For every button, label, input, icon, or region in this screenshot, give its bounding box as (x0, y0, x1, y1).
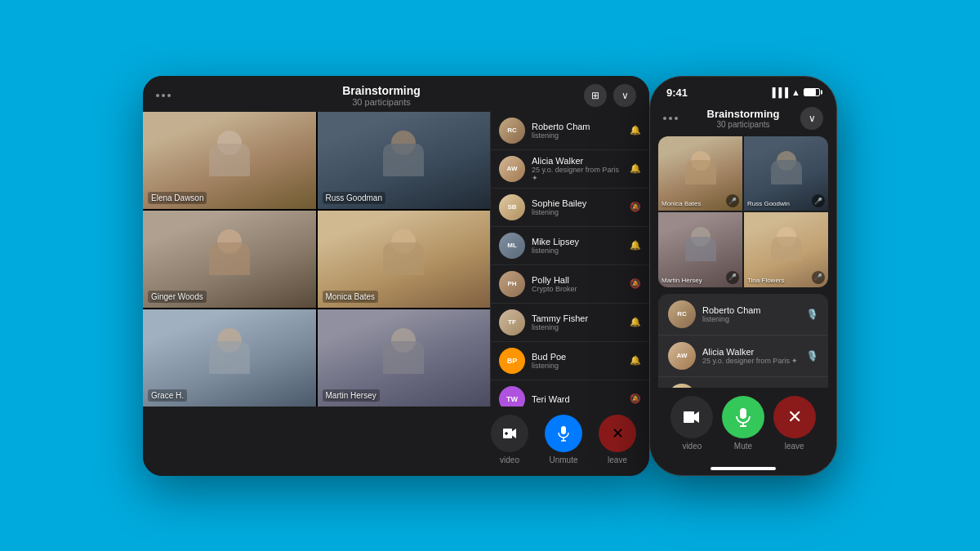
phone-leave-label: leave (785, 442, 804, 451)
list-item[interactable]: TW Teri Ward 🔕 (491, 380, 649, 407)
phone-device: 9:41 ▐▐▐ ▲ Brainstorming 30 participants… (649, 76, 837, 476)
video-cell-elena: Elena Dawson (143, 112, 316, 209)
participant-status-tf: listening (532, 323, 623, 331)
list-item[interactable]: TF Tammy Fisher listening 🔔 (491, 304, 649, 342)
participant-info-ph: Polly Hall Crypto Broker (532, 275, 623, 293)
participant-name-ml: Mike Lipsey (532, 237, 623, 247)
grid-view-button[interactable]: ⊞ (584, 84, 607, 107)
mute-label: Unmute (549, 455, 577, 464)
participant-name-rc: Roberto Cham (532, 122, 623, 131)
list-item[interactable]: BP Bud Poe listening 🔔 (491, 342, 649, 380)
martin-head (391, 328, 416, 353)
list-item[interactable]: SB Sophie Bailey listening 🔕 (491, 189, 649, 227)
participant-info-tf: Tammy Fisher listening (532, 313, 623, 331)
phone-menu-dots[interactable] (663, 112, 686, 125)
participant-name-tf: Tammy Fisher (532, 313, 623, 323)
leave-button[interactable]: ✕ leave (599, 415, 636, 464)
participant-name-sb: Sophie Bailey (532, 198, 623, 208)
battery-icon (804, 88, 820, 96)
chevron-down-icon[interactable]: ∨ (613, 84, 636, 107)
phone-video-cell-monica: Monica Bates 🎤 (658, 136, 742, 211)
phone-list-item-sb[interactable]: SB Sophie Bailey 🎙️ (658, 377, 828, 388)
phone-video-cell-tina: Tina Flowers 🎤 (744, 212, 828, 287)
phone-leave-button[interactable]: ✕ leave (773, 396, 816, 451)
elena-body (209, 144, 250, 176)
phone-tina-label: Tina Flowers (747, 277, 785, 284)
video-icon (491, 415, 528, 452)
phone-leave-icon: ✕ (773, 396, 816, 438)
mic-icon-aw: 🔔 (630, 163, 641, 174)
tablet-video-grid: Elena Dawson Russ Goodman (143, 112, 490, 407)
phone-video-cell-russ: Russ Goodwin 🎤 (744, 136, 828, 211)
list-item[interactable]: RC Roberto Cham listening 🔔 (491, 112, 649, 150)
video-cell-ginger: Ginger Woods (143, 211, 316, 308)
participant-info-sb: Sophie Bailey listening (532, 198, 623, 216)
phone-participant-info-rc: Roberto Cham listening (702, 305, 800, 323)
participant-info-rc: Roberto Cham listening (532, 122, 623, 140)
phone-avatar-aw: AW (668, 342, 696, 370)
phone-time: 9:41 (666, 87, 688, 99)
russ-head (391, 131, 416, 155)
wifi-icon: ▲ (791, 87, 800, 97)
tablet-call-subtitle: 30 participants (342, 97, 421, 107)
avatar-ph: PH (499, 271, 525, 297)
participant-status-ph: Crypto Broker (532, 285, 623, 293)
participant-status-ml: listening (532, 247, 623, 255)
tablet-device: Brainstorming 30 participants ⊞ ∨ Elena … (143, 76, 649, 476)
svg-rect-5 (740, 408, 746, 419)
participant-info-tw: Teri Ward (532, 394, 623, 404)
participant-status-rc: listening (532, 131, 623, 140)
phone-chevron-down[interactable]: ∨ (800, 107, 823, 130)
phone-video-button[interactable]: video (670, 396, 713, 451)
martin-body (383, 341, 424, 374)
phone-participant-name-rc: Roberto Cham (702, 305, 800, 315)
avatar-bp: BP (499, 348, 525, 374)
grace-body (209, 341, 250, 374)
elena-label: Elena Dawson (148, 192, 207, 204)
phone-participant-status-rc: listening (702, 315, 800, 323)
list-item[interactable]: ML Mike Lipsey listening 🔔 (491, 227, 649, 265)
mute-button[interactable]: Unmute (545, 415, 582, 464)
mic-icon-bp: 🔔 (630, 355, 641, 366)
phone-home-indicator (710, 467, 776, 470)
phone-mic-icon (722, 396, 764, 438)
monica-head (391, 229, 416, 254)
phone-avatar-rc: RC (668, 300, 696, 328)
avatar-tf: TF (499, 309, 525, 335)
phone-monica-body (685, 160, 716, 184)
ginger-label: Ginger Woods (148, 291, 207, 303)
tablet-participant-list: RC Roberto Cham listening 🔔 AW Alicia Wa… (490, 112, 649, 407)
list-item[interactable]: PH Polly Hall Crypto Broker 🔕 (491, 265, 649, 304)
mic-muted-icon-tw: 🔕 (630, 393, 641, 404)
russ-body (383, 144, 424, 176)
menu-dots[interactable] (156, 89, 179, 102)
phone-video-label: video (682, 442, 702, 451)
phone-list-item-rc[interactable]: RC Roberto Cham listening 🎙️ (658, 294, 828, 335)
mic-icon (545, 415, 582, 452)
phone-mute-button[interactable]: Mute (722, 396, 764, 451)
phone-tina-body (771, 237, 802, 261)
phone-video-cell-martin: Martin Hersey 🎤 (658, 212, 742, 287)
phone-russ-mic: 🎤 (812, 194, 825, 207)
phone-list-item-aw[interactable]: AW Alicia Walker 25 y.o. designer from P… (658, 335, 828, 377)
phone-participant-list: RC Roberto Cham listening 🎙️ AW Alicia W… (658, 294, 828, 388)
phone-participant-name-aw: Alicia Walker (702, 347, 800, 357)
video-cell-grace: Grace H. (143, 309, 316, 407)
phone-mic-icon-rc: 🎙️ (806, 309, 818, 320)
phone-header-center: Brainstorming 30 participants (707, 108, 780, 129)
phone-participant-status-aw: 25 y.o. designer from Paris ✦ (702, 357, 800, 365)
phone-martin-label: Martin Hersey (662, 277, 702, 284)
video-cell-monica: Monica Bates (318, 211, 491, 308)
grace-head (217, 328, 242, 353)
phone-tina-head (777, 227, 796, 247)
ginger-head (217, 229, 242, 254)
participant-name-aw: Alicia Walker (532, 156, 623, 166)
mic-icon-tf: 🔔 (630, 317, 641, 327)
tablet-header-icons: ⊞ ∨ (584, 84, 636, 107)
leave-icon: ✕ (599, 415, 636, 452)
phone-mute-label: Mute (734, 442, 752, 451)
list-item[interactable]: AW Alicia Walker 25 y.o. designer from P… (491, 150, 649, 189)
video-cell-martin: Martin Hersey (318, 309, 491, 407)
video-button[interactable]: video (491, 415, 528, 464)
participant-name-ph: Polly Hall (532, 275, 623, 285)
